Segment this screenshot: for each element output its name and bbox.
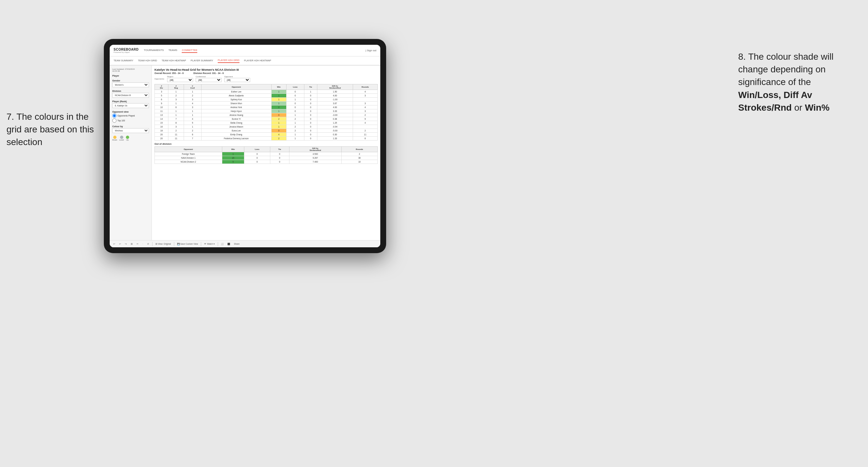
toolbar-layout1[interactable]: ⬜ xyxy=(220,242,224,246)
sub-nav-player-h2h-grid[interactable]: PLAYER H2H GRID xyxy=(218,59,240,63)
td-conf: 1 xyxy=(184,113,201,117)
td-loss: 0 xyxy=(286,105,304,110)
colour-label-up: Up xyxy=(126,139,129,141)
td-diff: 3.67 xyxy=(317,101,353,105)
colour-dot-level xyxy=(120,136,123,139)
main-data-table: #Div #Reg #Conf Opponent Win Loss Tie Di… xyxy=(154,84,378,141)
logo: SCOREBOARD Powered by clippd xyxy=(114,48,144,53)
conference-select[interactable]: (All) xyxy=(196,78,222,82)
td-conf: 1 xyxy=(184,90,201,94)
td-opponent: Eunice Yi xyxy=(201,117,271,121)
td-div: 6 xyxy=(155,98,168,101)
sub-nav-team-summary[interactable]: TEAM SUMMARY xyxy=(114,59,133,63)
nav-committee[interactable]: COMMITTEE xyxy=(182,48,197,53)
sidebar-colour-label: Colour by xyxy=(112,125,149,128)
td-tie: 0 xyxy=(304,94,317,98)
sidebar-gender-select[interactable]: Women's xyxy=(112,83,149,87)
grid-area: Katelyn Vo Head-to-Head Grid for Women's… xyxy=(152,66,380,240)
sub-nav: TEAM SUMMARY TEAM H2H GRID TEAM H2H HEAT… xyxy=(110,57,380,66)
radio-opponents-played-input[interactable] xyxy=(112,114,117,118)
toolbar-save-custom-view[interactable]: 💾 Save Custom View xyxy=(176,242,199,246)
colour-label-down: Down xyxy=(112,139,117,141)
table-row: 10 6 3 Andrea York 2 0 0 4.00 4 xyxy=(155,105,378,110)
tablet-frame: SCOREBOARD Powered by clippd TOURNAMENTS… xyxy=(104,39,386,253)
td-tie: 0 xyxy=(304,136,317,141)
out-division-row: NAIA Division 1 15 0 0 9.267 30 xyxy=(155,156,378,160)
table-row: 6 3 3 Sydney Kuo 1 1 0 -1.00 xyxy=(155,98,378,101)
toolbar-redo[interactable]: ↪ xyxy=(124,242,128,246)
region-select[interactable]: (All) xyxy=(167,78,193,82)
th-opponent: Opponent xyxy=(201,84,271,90)
td-conf: 1 xyxy=(184,125,201,129)
td-div: 3 xyxy=(155,90,168,94)
toolbar-cut[interactable]: ✂ xyxy=(136,242,140,246)
table-row: 15 8 5 Stella Cheng 1 1 0 1.25 4 xyxy=(155,121,378,125)
td-out-win: 5 xyxy=(222,160,244,164)
td-win: 0 xyxy=(271,113,286,117)
td-loss: 0 xyxy=(286,94,304,98)
td-win: 2 xyxy=(271,105,286,110)
toolbar-watch[interactable]: 👁 Watch ▾ xyxy=(203,242,216,246)
table-row: 13 1 1 Jessica Huang 0 1 0 -3.00 2 xyxy=(155,113,378,117)
sub-nav-player-summary[interactable]: PLAYER SUMMARY xyxy=(191,59,213,63)
division-record: Division Record: 331 - 34 - 6 xyxy=(193,72,224,74)
toolbar-undo[interactable]: ↩ xyxy=(112,242,116,246)
td-diff: 0.38 xyxy=(317,117,353,121)
sub-nav-team-h2h-heatmap[interactable]: TEAM H2H HEATMAP xyxy=(162,59,186,63)
td-win: 1 xyxy=(271,125,286,129)
td-diff: 1.50 xyxy=(317,90,353,94)
td-opponent: Jessica Huang xyxy=(201,113,271,117)
toolbar-share[interactable]: Share xyxy=(233,242,241,245)
sub-nav-player-h2h-heatmap[interactable]: PLAYER H2H HEATMAP xyxy=(244,59,271,63)
nav-teams[interactable]: TEAMS xyxy=(168,48,178,53)
th-loss: Loss xyxy=(286,84,304,90)
toolbar-sep2 xyxy=(174,242,174,246)
td-diff: 4.00 xyxy=(317,105,353,110)
sidebar-radio-group: Opponents Played Top 100 xyxy=(112,114,149,123)
sub-nav-team-h2h-grid[interactable]: TEAM H2H GRID xyxy=(138,59,157,63)
sidebar-colour-select[interactable]: Win/loss xyxy=(112,128,149,133)
td-out-tie: 0 xyxy=(270,156,289,160)
td-diff: 1.25 xyxy=(317,121,353,125)
td-diff: -1.00 xyxy=(317,98,353,101)
th-out-tie: Tie xyxy=(270,147,289,152)
sidebar-division-select[interactable]: NCAA Division III xyxy=(112,93,149,98)
th-out-diff: Diff AvStrokes/Rnd xyxy=(289,147,341,152)
td-rounds: 3 xyxy=(353,101,377,105)
toolbar-grid[interactable]: ⊞ xyxy=(130,242,134,246)
td-div: 11 xyxy=(155,110,168,113)
td-out-opponent: Foreign Team xyxy=(155,152,222,156)
td-opponent: Emily Chang xyxy=(201,133,271,136)
td-rounds: 2 xyxy=(353,113,377,117)
td-div: 10 xyxy=(155,105,168,110)
td-loss: 1 xyxy=(286,113,304,117)
nav-tournaments[interactable]: TOURNAMENTS xyxy=(144,48,164,53)
td-loss: 0 xyxy=(286,110,304,113)
td-opponent: Heejo Hyun xyxy=(201,110,271,113)
sidebar-player-rank-select[interactable]: 8. Katelyn Vo xyxy=(112,103,149,108)
radio-top100[interactable]: Top 100 xyxy=(112,119,149,123)
radio-opponents-played[interactable]: Opponents Played xyxy=(112,114,149,118)
opponent-select[interactable]: (All) xyxy=(224,78,250,82)
filter-conference: Conference (All) xyxy=(196,75,222,82)
td-tie: 0 xyxy=(304,98,317,101)
td-div: 20 xyxy=(155,133,168,136)
td-rounds xyxy=(353,98,377,101)
toolbar-view-original[interactable]: ⊞ View: Original xyxy=(154,242,172,246)
td-loss: 1 xyxy=(286,136,304,141)
td-tie: 0 xyxy=(304,129,317,133)
sidebar-player-rank-label: Player (Rank) xyxy=(112,100,149,102)
td-opponent: Jessica Mason xyxy=(201,125,271,129)
toolbar-redo-back[interactable]: ↩ xyxy=(118,242,122,246)
td-div: 20 xyxy=(155,136,168,141)
toolbar-dot[interactable]: · xyxy=(142,242,144,245)
th-out-loss: Loss xyxy=(244,147,270,152)
table-row: 20 11 7 Federica Domecq Lacroze 2 1 0 1.… xyxy=(155,136,378,141)
td-rounds: 6 xyxy=(353,136,377,141)
td-opponent: Alexis Sudjianto xyxy=(201,94,271,98)
toolbar-layout2[interactable]: ⬛ xyxy=(226,242,231,246)
sidebar-gender-section: Gender Women's xyxy=(112,80,149,87)
toolbar-timer[interactable]: ⏱ xyxy=(146,242,150,245)
sign-out[interactable]: | Sign out xyxy=(365,49,376,52)
radio-top100-input[interactable] xyxy=(112,119,117,123)
